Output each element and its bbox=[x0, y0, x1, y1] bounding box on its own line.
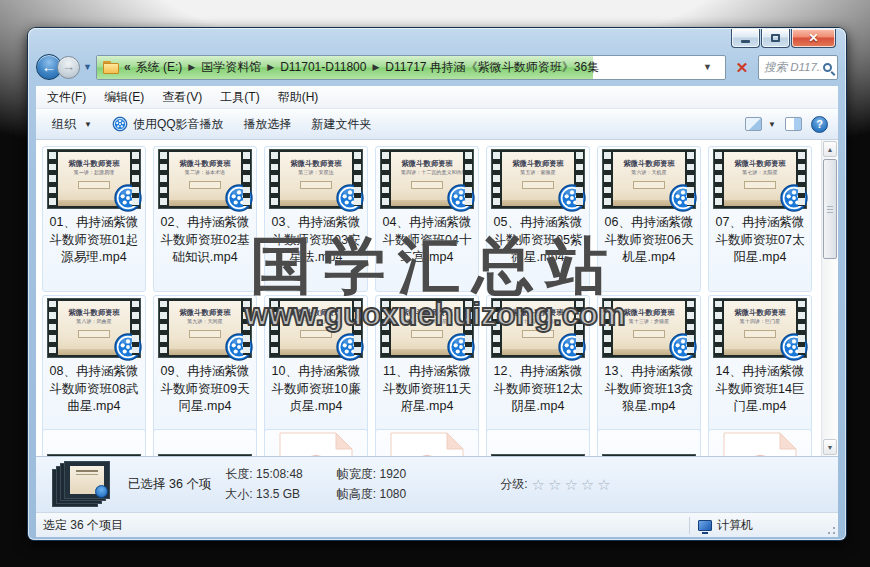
file-name: 10、冉持涵紫微斗数师资班10廉贞星.mp4 bbox=[265, 360, 367, 416]
search-input[interactable]: 搜索 D117... bbox=[758, 55, 838, 80]
organize-button[interactable]: 组织▼ bbox=[42, 116, 102, 133]
thumbnail-slide-subtitle: 第十三讲：贪狼星 bbox=[623, 318, 675, 325]
file-item[interactable]: 紫微斗数师资班 bbox=[42, 429, 146, 456]
thumbnail-slide-title: 紫微斗数师资班 bbox=[394, 307, 460, 317]
file-item[interactable]: 紫微斗数师资班第五讲：紫微星05、冉持涵紫微斗数师资班05紫微星.mp4 bbox=[486, 146, 590, 292]
file-item[interactable]: 紫微斗数师资班第十三讲：贪狼星13、冉持涵紫微斗数师资班13贪狼星.mp4 bbox=[597, 295, 701, 441]
menu-item[interactable]: 工具(T) bbox=[211, 89, 268, 106]
breadcrumb-segment[interactable]: D11701-D11800 bbox=[280, 60, 366, 74]
close-button[interactable]: ✕ bbox=[791, 29, 836, 48]
resize-grip-icon[interactable] bbox=[824, 523, 836, 535]
file-item[interactable]: 紫微斗数师资班 bbox=[597, 429, 701, 456]
frame-width-field: 帧宽度: 1920 bbox=[337, 466, 406, 483]
status-separator bbox=[689, 517, 690, 534]
rating-field[interactable]: 分级: ☆☆☆☆☆ bbox=[500, 476, 614, 494]
qq-player-overlay-icon bbox=[335, 183, 365, 213]
menu-item[interactable]: 编辑(E) bbox=[95, 89, 153, 106]
menu-item[interactable]: 查看(V) bbox=[153, 89, 211, 106]
video-thumbnail: 紫微斗数师资班第十一讲：天府星 bbox=[380, 298, 474, 358]
status-selection-text: 选定 36 个项目 bbox=[36, 517, 689, 534]
vertical-scrollbar[interactable]: ▲ ▼ bbox=[821, 140, 838, 456]
file-item[interactable]: 紫微斗数师资班第十讲：廉贞星10、冉持涵紫微斗数师资班10廉贞星.mp4 bbox=[264, 295, 368, 441]
qq-player-overlay-icon bbox=[779, 332, 809, 362]
scroll-down-icon[interactable]: ▼ bbox=[823, 439, 837, 455]
file-item[interactable]: 紫微斗数师资班第六讲：天机星06、冉持涵紫微斗数师资班06天机星.mp4 bbox=[597, 146, 701, 292]
file-item[interactable]: 紫微斗数师资班 bbox=[153, 429, 257, 456]
file-name: 05、冉持涵紫微斗数师资班05紫微星.mp4 bbox=[487, 211, 589, 267]
forward-button[interactable]: → bbox=[57, 56, 80, 79]
qq-player-overlay-icon bbox=[446, 332, 476, 362]
breadcrumb-overflow-chevron[interactable]: « bbox=[124, 60, 131, 74]
qq-player-overlay-icon bbox=[113, 183, 143, 213]
file-item[interactable]: 紫微斗数师资班第三讲：安星法03、冉持涵紫微斗数师资班03安星法.mp4 bbox=[264, 146, 368, 292]
file-name: 11、冉持涵紫微斗数师资班11天府星.mp4 bbox=[376, 360, 478, 416]
window-controls: ✕ bbox=[731, 29, 836, 48]
menu-item[interactable]: 文件(F) bbox=[38, 89, 95, 106]
breadcrumb-segment[interactable]: 国学资料馆 bbox=[201, 59, 261, 76]
thumbnail-slide-subtitle: 第九讲：天同星 bbox=[179, 318, 231, 325]
scroll-up-icon[interactable]: ▲ bbox=[823, 141, 837, 157]
file-item[interactable]: 紫微斗数师资班第一讲：起源易理01、冉持涵紫微斗数师资班01起源易理.mp4 bbox=[42, 146, 146, 292]
qq-player-overlay-icon bbox=[335, 332, 365, 362]
file-item[interactable]: 紫微斗数师资班 bbox=[486, 429, 590, 456]
breadcrumb-separator-icon: ▶ bbox=[371, 62, 380, 72]
file-item[interactable] bbox=[264, 429, 368, 456]
qq-player-overlay-icon bbox=[557, 332, 587, 362]
file-name: 03、冉持涵紫微斗数师资班03安星法.mp4 bbox=[265, 211, 367, 267]
file-item[interactable]: 紫微斗数师资班第八讲：武曲星08、冉持涵紫微斗数师资班08武曲星.mp4 bbox=[42, 295, 146, 441]
forward-arrow-icon: → bbox=[62, 60, 75, 73]
breadcrumb-segment[interactable]: D11717 冉持涵《紫微斗数师资班》36集 bbox=[385, 59, 599, 76]
file-item[interactable]: 紫微斗数师资班第四讲：十二宫的意义和作用04、冉持涵紫微斗数师资班04十二宫.m… bbox=[375, 146, 479, 292]
video-thumbnail: 紫微斗数师资班第一讲：起源易理 bbox=[47, 149, 141, 209]
recent-pages-dropdown-icon[interactable]: ▼ bbox=[83, 62, 92, 72]
play-selection-button[interactable]: 播放选择 bbox=[234, 116, 302, 133]
thumbnail-slide-subtitle: 第六讲：天机星 bbox=[623, 169, 675, 176]
file-item[interactable]: 紫微斗数师资班第十二讲：太阴星12、冉持涵紫微斗数师资班12太阴星.mp4 bbox=[486, 295, 590, 441]
preview-pane-button[interactable] bbox=[785, 117, 802, 131]
qq-player-icon bbox=[112, 116, 128, 132]
file-item[interactable]: 紫微斗数师资班第十四讲：巨门星14、冉持涵紫微斗数师资班14巨门星.mp4 bbox=[708, 295, 812, 441]
file-item[interactable]: 紫微斗数师资班第七讲：太阳星07、冉持涵紫微斗数师资班07太阳星.mp4 bbox=[708, 146, 812, 292]
file-item[interactable]: 紫微斗数师资班第十一讲：天府星11、冉持涵紫微斗数师资班11天府星.mp4 bbox=[375, 295, 479, 441]
video-file-icon bbox=[390, 432, 464, 456]
search-icon bbox=[823, 63, 832, 72]
stop-button[interactable]: ✕ bbox=[730, 55, 754, 80]
qq-play-button[interactable]: 使用QQ影音播放 bbox=[102, 116, 234, 133]
back-arrow-icon: ← bbox=[42, 59, 57, 74]
qq-player-overlay-icon bbox=[113, 332, 143, 362]
thumbnail-slide-subtitle: 第十讲：廉贞星 bbox=[290, 318, 342, 325]
file-item[interactable]: 紫微斗数师资班第九讲：天同星09、冉持涵紫微斗数师资班09天同星.mp4 bbox=[153, 295, 257, 441]
minimize-icon bbox=[741, 40, 750, 43]
qq-player-overlay-icon bbox=[446, 183, 476, 213]
file-name: 02、冉持涵紫微斗数师资班02基础知识.mp4 bbox=[154, 211, 256, 267]
address-dropdown-icon[interactable]: ▼ bbox=[696, 62, 719, 72]
new-folder-button[interactable]: 新建文件夹 bbox=[302, 116, 382, 133]
selection-count: 已选择 36 个项 bbox=[128, 476, 211, 493]
menu-item[interactable]: 帮助(H) bbox=[269, 89, 328, 106]
thumbnail-slide-title: 紫微斗数师资班 bbox=[616, 307, 682, 317]
thumbnail-slide-subtitle: 第十二讲：太阴星 bbox=[512, 318, 564, 325]
change-view-button[interactable]: ▼ bbox=[745, 117, 776, 131]
thumbnail-slide-title: 紫微斗数师资班 bbox=[283, 158, 349, 168]
qq-player-overlay-icon bbox=[779, 183, 809, 213]
address-bar[interactable]: « 系统 (E:)▶国学资料馆▶D11701-D11800▶D11717 冉持涵… bbox=[96, 55, 726, 80]
scrollbar-thumb[interactable] bbox=[823, 159, 837, 259]
frame-height-field: 帧高度: 1080 bbox=[337, 486, 406, 503]
video-thumbnail: 紫微斗数师资班第十三讲：贪狼星 bbox=[602, 298, 696, 358]
file-name: 04、冉持涵紫微斗数师资班04十二宫.mp4 bbox=[376, 211, 478, 267]
folder-icon bbox=[103, 61, 119, 74]
file-item[interactable]: 紫微斗数师资班第二讲：基本术语02、冉持涵紫微斗数师资班02基础知识.mp4 bbox=[153, 146, 257, 292]
file-item[interactable] bbox=[708, 429, 812, 456]
qq-player-overlay-icon bbox=[668, 183, 698, 213]
video-thumbnail: 紫微斗数师资班第三讲：安星法 bbox=[269, 149, 363, 209]
video-thumbnail: 紫微斗数师资班第七讲：太阳星 bbox=[713, 149, 807, 209]
minimize-button[interactable] bbox=[731, 29, 760, 48]
maximize-button[interactable] bbox=[761, 29, 790, 48]
file-item[interactable] bbox=[375, 429, 479, 456]
help-button[interactable]: ? bbox=[811, 116, 828, 133]
rating-stars-icon[interactable]: ☆☆☆☆☆ bbox=[532, 476, 614, 494]
thumbnail-slide-subtitle: 第四讲：十二宫的意义和作用 bbox=[401, 169, 453, 176]
thumbnail-slide-title: 紫微斗数师资班 bbox=[283, 307, 349, 317]
thumbnail-slide-title: 紫微斗数师资班 bbox=[727, 158, 793, 168]
breadcrumb-segment[interactable]: 系统 (E:) bbox=[136, 59, 183, 76]
